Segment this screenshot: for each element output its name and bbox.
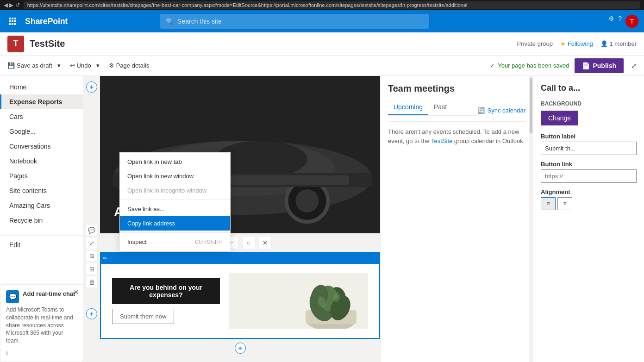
add-section-top-button[interactable]: + [86,81,97,93]
save-dropdown-arrow[interactable]: ▾ [55,62,61,69]
svg-rect-4 [12,20,13,22]
context-menu-item-copy-link[interactable]: Copy link address [120,216,230,231]
search-input[interactable] [177,18,423,25]
button-label-input[interactable] [541,142,637,155]
cta-plant-image [229,273,368,329]
amazing-cars-label: Amazing Cars [9,202,50,209]
alignment-buttons: ≡ ≡ [541,197,637,210]
site-header: T TestSite Private group ★ Following 👤 1… [0,32,644,56]
sidebar-item-recycle-bin[interactable]: Recycle bin [0,213,83,228]
toolbar: 💾 Save as draft ▾ ↩ Undo ▾ ⚙ Page detail… [0,56,644,76]
align-left-button[interactable]: ≡ [541,197,556,210]
sidebar-item-amazing-cars[interactable]: Amazing Cars [0,198,83,213]
sync-calendar-button[interactable]: 🔄 Sync calendar [477,107,525,114]
pages-label: Pages [9,172,28,180]
align-right-button[interactable]: ≡ [557,197,572,210]
edit-label: Edit [9,241,20,249]
sharepoint-topnav: SharePoint 🔍 ⚙ ? T [0,10,644,32]
save-draft-button[interactable]: 💾 Save as draft ▾ [4,59,64,72]
sharepoint-logo: SharePoint [25,17,68,26]
context-menu-item-inspect[interactable]: Inspect Ctrl+Shift+I [120,235,230,249]
svg-rect-6 [9,23,11,25]
search-box[interactable]: 🔍 [160,14,429,29]
home-label: Home [9,83,26,91]
search-icon: 🔍 [166,18,174,25]
cta-secondary-button[interactable]: Submit them now [112,309,174,324]
check-icon: ✓ [490,62,495,69]
recycle-bin-label: Recycle bin [9,217,43,224]
user-avatar-topnav[interactable]: T [625,15,638,28]
notebook-label: Notebook [9,157,37,165]
undo-button[interactable]: ↩ Undo ▾ [66,59,103,72]
tab-past[interactable]: Past [428,100,452,115]
site-title: TestSite [30,38,65,49]
sidebar-item-site-contents[interactable]: Site contents [0,183,83,198]
chat-info-link[interactable]: ℹ [6,350,8,356]
cta-main-button[interactable]: Are you behind on your expenses? [112,278,220,304]
sidebar-item-conversations[interactable]: Conversations [0,139,83,154]
topnav-icon-2[interactable]: ? [618,15,622,28]
svg-rect-8 [14,23,16,25]
context-menu-divider-2 [120,232,230,233]
chat-icon: 💬 [6,290,19,303]
alignment-label: Alignment [541,188,637,195]
change-background-button[interactable]: Change [541,111,578,125]
context-menu-item-new-window[interactable]: Open link in new window [120,169,230,183]
page-details-button[interactable]: ⚙ Page details [105,59,153,72]
undo-dropdown-arrow[interactable]: ▾ [94,62,100,69]
cta-content: Are you behind on your expenses? Submit … [112,278,220,324]
content-area: + 💬 ⤢ ⧉ ⊞ 🗑 + [83,76,533,362]
browser-bar: ◀ ▶ ↺ https://uitestsite.sharepoint.com/… [0,0,644,10]
sidebar-item-home[interactable]: Home [0,80,83,94]
testsite-link[interactable]: TestSite [431,137,452,144]
waffle-menu[interactable] [6,14,19,28]
team-meetings-panel: Team meetings Upcoming Past 🔄 Sync calen… [380,76,533,362]
comment-tool-button[interactable]: 💬 [86,224,98,236]
add-section-bottom-button[interactable]: + [86,308,97,319]
expand-button[interactable]: ⤢ [627,59,640,72]
delete-tool-button[interactable]: 🗑 [86,276,98,288]
private-group-label: Private group [517,40,553,47]
button-link-label: Button link [541,161,637,168]
section-edit-toolbar: ✏ [101,253,379,264]
sidebar-item-notebook[interactable]: Notebook [0,154,83,169]
sidebar-item-expenses[interactable]: Expense Reports [0,94,83,109]
sidebar-item-cars[interactable]: Cars [0,109,83,124]
svg-rect-0 [9,18,11,19]
site-header-right: Private group ★ Following 👤 1 member [517,40,637,47]
following-button[interactable]: ★ Following [560,40,593,47]
add-section-bottom-area: + [100,339,380,357]
panel-scrollbar[interactable] [529,76,533,362]
zoom-reset-button[interactable]: ○ [242,236,255,249]
close-section-button[interactable]: ✕ [259,236,272,249]
left-tools-column: + 💬 ⤢ ⧉ ⊞ 🗑 + [83,76,100,362]
sidebar-item-pages[interactable]: Pages [0,169,83,183]
google-label: Google... [9,128,36,135]
move-tool-button[interactable]: ⤢ [86,237,98,249]
panel-tabs-row: Upcoming Past 🔄 Sync calendar [388,100,525,121]
site-contents-label: Site contents [9,187,47,194]
duplicate-tool-button[interactable]: ⊞ [86,263,98,275]
inspect-shortcut: Ctrl+Shift+I [195,239,223,245]
chat-title: Add real-time chat [23,290,75,297]
left-sidebar: Home Expense Reports Cars Google... Conv… [0,76,83,362]
tab-upcoming[interactable]: Upcoming [388,100,428,115]
publish-icon: 📄 [582,62,590,69]
sidebar-item-edit[interactable]: Edit [0,235,83,252]
svg-rect-1 [12,18,13,19]
topnav-icon-1[interactable]: ⚙ [608,15,614,28]
cars-label: Cars [9,113,23,120]
publish-button[interactable]: 📄 Publish [575,58,624,73]
context-menu-item-new-tab[interactable]: Open link in new tab [120,155,230,169]
conversations-label: Conversations [9,143,51,150]
copy-tool-button[interactable]: ⧉ [86,250,98,262]
add-section-final-button[interactable]: + [235,343,246,354]
context-menu-item-save-link[interactable]: Save link as... [120,202,230,216]
svg-point-17 [296,189,319,212]
button-link-input[interactable] [541,169,637,183]
browser-url: https://uitestsite.sharepoint.com/sites/… [24,1,640,9]
scrollbar-thumb [530,78,532,133]
chat-close-button[interactable]: ✕ [74,288,79,296]
sidebar-item-google[interactable]: Google... [0,124,83,139]
edit-pencil-icon[interactable]: ✏ [103,256,107,262]
